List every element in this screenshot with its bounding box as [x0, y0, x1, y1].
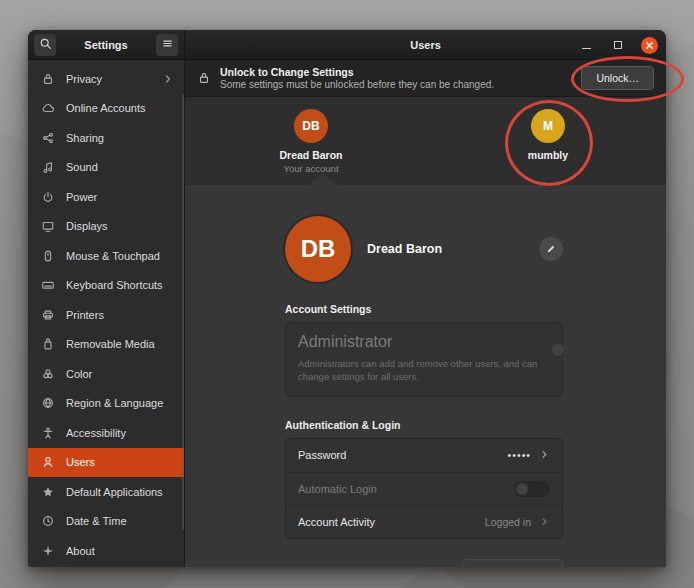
sidebar-item-date-time[interactable]: Date & Time — [28, 507, 184, 537]
settings-window: Settings Users Privacy Online Accounts S… — [28, 30, 666, 567]
sparkle-icon — [41, 544, 55, 558]
administrator-label: Administrator — [298, 333, 392, 351]
chevron-right-icon — [539, 446, 550, 464]
avatar: DB — [294, 109, 328, 143]
menu-button[interactable] — [156, 34, 178, 56]
cloud-icon — [41, 101, 55, 115]
app-title: Settings — [84, 39, 127, 51]
hamburger-icon — [161, 37, 174, 53]
sidebar-item-color[interactable]: Color — [28, 359, 184, 389]
panel-headerbar: Users — [185, 30, 666, 60]
search-button[interactable] — [34, 34, 56, 56]
detail-avatar-row: DB Dread Baron — [285, 215, 563, 283]
power-icon — [41, 190, 55, 204]
authentication-login-heading: Authentication & Login — [285, 419, 563, 431]
sidebar-scrollbar[interactable] — [182, 94, 184, 530]
sidebar-item-keyboard-shortcuts[interactable]: Keyboard Shortcuts — [28, 271, 184, 301]
users-icon — [41, 455, 55, 469]
unlock-infobar: Unlock to Change Settings Some settings … — [185, 60, 666, 97]
account-settings-card: Administrator Administrators can add and… — [285, 322, 563, 397]
unlock-subtitle: Some settings must be unlocked before th… — [220, 79, 494, 90]
sidebar-item-sound[interactable]: Sound — [28, 153, 184, 183]
settings-sidebar: Privacy Online Accounts Sharing Sound Po… — [28, 60, 185, 567]
music-note-icon — [41, 160, 55, 174]
minimize-button[interactable] — [577, 36, 595, 54]
sidebar-item-printers[interactable]: Printers — [28, 300, 184, 330]
user-detail: DB Dread Baron Account Settings Administ… — [185, 185, 666, 567]
account-settings-heading: Account Settings — [285, 303, 563, 315]
sidebar-item-users[interactable]: Users — [28, 448, 184, 478]
rename-button[interactable] — [539, 237, 563, 261]
chevron-right-icon — [162, 73, 174, 85]
share-icon — [41, 131, 55, 145]
carousel-user-name: mumbly — [528, 149, 568, 161]
sidebar-item-default-applications[interactable]: Default Applications — [28, 477, 184, 507]
sidebar-item-accessibility[interactable]: Accessibility — [28, 418, 184, 448]
password-value: ••••• — [508, 449, 531, 461]
window-controls — [577, 30, 658, 60]
avatar: M — [531, 109, 565, 143]
remove-user-button[interactable]: Remove User… — [462, 559, 563, 567]
carousel-user-dread-baron[interactable]: DB Dread Baron Your account — [269, 109, 353, 174]
color-icon — [41, 367, 55, 381]
mouse-icon — [41, 249, 55, 263]
automatic-login-label: Automatic Login — [298, 483, 377, 495]
detail-user-name: Dread Baron — [367, 242, 442, 256]
automatic-login-row: Automatic Login — [286, 472, 562, 505]
account-activity-label: Account Activity — [298, 516, 375, 528]
sidebar-item-sharing[interactable]: Sharing — [28, 123, 184, 153]
carousel-user-name: Dread Baron — [279, 149, 342, 161]
avatar[interactable]: DB — [285, 216, 351, 282]
display-icon — [41, 219, 55, 233]
globe-icon — [41, 396, 55, 410]
sidebar-headerbar: Settings — [28, 30, 185, 60]
users-panel: Unlock to Change Settings Some settings … — [185, 60, 666, 567]
lock-icon — [197, 71, 211, 85]
password-label: Password — [298, 449, 346, 461]
chevron-right-icon — [539, 513, 550, 531]
close-button[interactable] — [641, 37, 658, 54]
accessibility-icon — [41, 426, 55, 440]
pencil-icon — [545, 243, 557, 255]
sidebar-item-region-language[interactable]: Region & Language — [28, 389, 184, 419]
sidebar-item-removable-media[interactable]: Removable Media — [28, 330, 184, 360]
close-icon — [645, 41, 654, 50]
carousel-user-mumbly[interactable]: M mumbly — [506, 109, 590, 161]
clock-icon — [41, 514, 55, 528]
search-icon — [39, 37, 52, 53]
selected-user-caret — [309, 173, 337, 185]
panel-title: Users — [410, 39, 441, 51]
sidebar-item-mouse-touchpad[interactable]: Mouse & Touchpad — [28, 241, 184, 271]
password-row[interactable]: Password ••••• — [286, 439, 562, 472]
sidebar-item-power[interactable]: Power — [28, 182, 184, 212]
maximize-icon — [614, 41, 622, 49]
sidebar-item-about[interactable]: About — [28, 536, 184, 566]
user-carousel: DB Dread Baron Your account M mumbly — [185, 97, 666, 185]
automatic-login-toggle[interactable] — [514, 481, 550, 497]
administrator-description: Administrators can add and remove other … — [298, 358, 548, 384]
unlock-button[interactable]: Unlock… — [581, 66, 654, 90]
minimize-icon — [582, 48, 591, 49]
sidebar-item-privacy[interactable]: Privacy — [28, 64, 184, 94]
sidebar-item-online-accounts[interactable]: Online Accounts — [28, 94, 184, 124]
unlock-title: Unlock to Change Settings — [220, 66, 494, 78]
maximize-button[interactable] — [609, 36, 627, 54]
account-activity-value: Logged in — [485, 516, 531, 528]
star-icon — [41, 485, 55, 499]
account-activity-row[interactable]: Account Activity Logged in — [286, 505, 562, 538]
removable-media-icon — [41, 337, 55, 351]
authentication-login-card: Password ••••• Automatic Login Accou — [285, 438, 563, 539]
printer-icon — [41, 308, 55, 322]
sidebar-item-displays[interactable]: Displays — [28, 212, 184, 242]
lock-icon — [41, 72, 55, 86]
keyboard-icon — [41, 278, 55, 292]
